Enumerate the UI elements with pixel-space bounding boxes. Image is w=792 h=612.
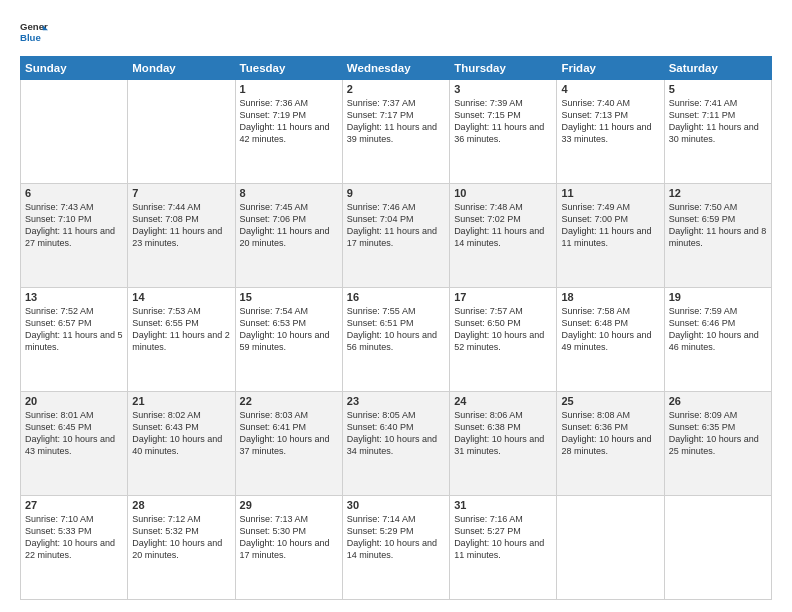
day-info: Sunrise: 7:45 AM Sunset: 7:06 PM Dayligh… — [240, 201, 338, 250]
day-info: Sunrise: 7:54 AM Sunset: 6:53 PM Dayligh… — [240, 305, 338, 354]
day-info: Sunrise: 8:08 AM Sunset: 6:36 PM Dayligh… — [561, 409, 659, 458]
day-number: 30 — [347, 499, 445, 511]
day-info: Sunrise: 7:40 AM Sunset: 7:13 PM Dayligh… — [561, 97, 659, 146]
day-info: Sunrise: 7:37 AM Sunset: 7:17 PM Dayligh… — [347, 97, 445, 146]
day-info: Sunrise: 7:13 AM Sunset: 5:30 PM Dayligh… — [240, 513, 338, 562]
day-number: 12 — [669, 187, 767, 199]
calendar-cell: 10Sunrise: 7:48 AM Sunset: 7:02 PM Dayli… — [450, 184, 557, 288]
calendar-cell: 3Sunrise: 7:39 AM Sunset: 7:15 PM Daylig… — [450, 80, 557, 184]
calendar-cell — [557, 496, 664, 600]
calendar-cell: 24Sunrise: 8:06 AM Sunset: 6:38 PM Dayli… — [450, 392, 557, 496]
calendar-cell: 31Sunrise: 7:16 AM Sunset: 5:27 PM Dayli… — [450, 496, 557, 600]
calendar-cell: 5Sunrise: 7:41 AM Sunset: 7:11 PM Daylig… — [664, 80, 771, 184]
day-info: Sunrise: 7:12 AM Sunset: 5:32 PM Dayligh… — [132, 513, 230, 562]
calendar-cell: 9Sunrise: 7:46 AM Sunset: 7:04 PM Daylig… — [342, 184, 449, 288]
day-number: 26 — [669, 395, 767, 407]
day-info: Sunrise: 7:10 AM Sunset: 5:33 PM Dayligh… — [25, 513, 123, 562]
day-info: Sunrise: 7:57 AM Sunset: 6:50 PM Dayligh… — [454, 305, 552, 354]
day-of-week-header: Wednesday — [342, 57, 449, 80]
day-of-week-header: Tuesday — [235, 57, 342, 80]
calendar-cell: 23Sunrise: 8:05 AM Sunset: 6:40 PM Dayli… — [342, 392, 449, 496]
calendar-cell: 11Sunrise: 7:49 AM Sunset: 7:00 PM Dayli… — [557, 184, 664, 288]
day-of-week-header: Monday — [128, 57, 235, 80]
day-info: Sunrise: 7:43 AM Sunset: 7:10 PM Dayligh… — [25, 201, 123, 250]
day-number: 3 — [454, 83, 552, 95]
svg-text:Blue: Blue — [20, 32, 41, 43]
day-number: 24 — [454, 395, 552, 407]
day-info: Sunrise: 7:59 AM Sunset: 6:46 PM Dayligh… — [669, 305, 767, 354]
day-info: Sunrise: 8:06 AM Sunset: 6:38 PM Dayligh… — [454, 409, 552, 458]
day-number: 13 — [25, 291, 123, 303]
day-number: 10 — [454, 187, 552, 199]
calendar-cell: 6Sunrise: 7:43 AM Sunset: 7:10 PM Daylig… — [21, 184, 128, 288]
day-info: Sunrise: 7:39 AM Sunset: 7:15 PM Dayligh… — [454, 97, 552, 146]
calendar-cell: 2Sunrise: 7:37 AM Sunset: 7:17 PM Daylig… — [342, 80, 449, 184]
calendar-cell: 14Sunrise: 7:53 AM Sunset: 6:55 PM Dayli… — [128, 288, 235, 392]
day-of-week-header: Sunday — [21, 57, 128, 80]
day-info: Sunrise: 7:36 AM Sunset: 7:19 PM Dayligh… — [240, 97, 338, 146]
day-info: Sunrise: 7:16 AM Sunset: 5:27 PM Dayligh… — [454, 513, 552, 562]
calendar-table: SundayMondayTuesdayWednesdayThursdayFrid… — [20, 56, 772, 600]
calendar-cell: 25Sunrise: 8:08 AM Sunset: 6:36 PM Dayli… — [557, 392, 664, 496]
day-info: Sunrise: 7:58 AM Sunset: 6:48 PM Dayligh… — [561, 305, 659, 354]
day-number: 2 — [347, 83, 445, 95]
day-number: 19 — [669, 291, 767, 303]
day-info: Sunrise: 7:52 AM Sunset: 6:57 PM Dayligh… — [25, 305, 123, 354]
day-number: 18 — [561, 291, 659, 303]
day-info: Sunrise: 8:09 AM Sunset: 6:35 PM Dayligh… — [669, 409, 767, 458]
calendar-cell: 20Sunrise: 8:01 AM Sunset: 6:45 PM Dayli… — [21, 392, 128, 496]
calendar-cell: 22Sunrise: 8:03 AM Sunset: 6:41 PM Dayli… — [235, 392, 342, 496]
day-number: 5 — [669, 83, 767, 95]
day-info: Sunrise: 7:14 AM Sunset: 5:29 PM Dayligh… — [347, 513, 445, 562]
day-number: 11 — [561, 187, 659, 199]
day-number: 9 — [347, 187, 445, 199]
day-number: 29 — [240, 499, 338, 511]
calendar-week-row: 20Sunrise: 8:01 AM Sunset: 6:45 PM Dayli… — [21, 392, 772, 496]
day-info: Sunrise: 7:49 AM Sunset: 7:00 PM Dayligh… — [561, 201, 659, 250]
calendar-cell — [664, 496, 771, 600]
logo: General Blue — [20, 18, 48, 46]
page: General Blue SundayMondayTuesdayWednesda… — [0, 0, 792, 612]
day-info: Sunrise: 7:41 AM Sunset: 7:11 PM Dayligh… — [669, 97, 767, 146]
calendar-cell — [128, 80, 235, 184]
day-number: 27 — [25, 499, 123, 511]
day-info: Sunrise: 7:55 AM Sunset: 6:51 PM Dayligh… — [347, 305, 445, 354]
calendar-week-row: 13Sunrise: 7:52 AM Sunset: 6:57 PM Dayli… — [21, 288, 772, 392]
calendar-cell: 19Sunrise: 7:59 AM Sunset: 6:46 PM Dayli… — [664, 288, 771, 392]
day-number: 7 — [132, 187, 230, 199]
day-info: Sunrise: 8:05 AM Sunset: 6:40 PM Dayligh… — [347, 409, 445, 458]
day-number: 20 — [25, 395, 123, 407]
calendar-cell: 4Sunrise: 7:40 AM Sunset: 7:13 PM Daylig… — [557, 80, 664, 184]
day-number: 4 — [561, 83, 659, 95]
header: General Blue — [20, 18, 772, 46]
day-number: 17 — [454, 291, 552, 303]
calendar-cell: 15Sunrise: 7:54 AM Sunset: 6:53 PM Dayli… — [235, 288, 342, 392]
day-of-week-header: Thursday — [450, 57, 557, 80]
day-number: 16 — [347, 291, 445, 303]
day-number: 31 — [454, 499, 552, 511]
day-info: Sunrise: 7:48 AM Sunset: 7:02 PM Dayligh… — [454, 201, 552, 250]
day-number: 21 — [132, 395, 230, 407]
calendar-week-row: 6Sunrise: 7:43 AM Sunset: 7:10 PM Daylig… — [21, 184, 772, 288]
day-number: 8 — [240, 187, 338, 199]
day-number: 15 — [240, 291, 338, 303]
day-info: Sunrise: 8:03 AM Sunset: 6:41 PM Dayligh… — [240, 409, 338, 458]
calendar-cell: 28Sunrise: 7:12 AM Sunset: 5:32 PM Dayli… — [128, 496, 235, 600]
day-number: 23 — [347, 395, 445, 407]
day-info: Sunrise: 7:44 AM Sunset: 7:08 PM Dayligh… — [132, 201, 230, 250]
calendar-cell: 21Sunrise: 8:02 AM Sunset: 6:43 PM Dayli… — [128, 392, 235, 496]
calendar-cell: 7Sunrise: 7:44 AM Sunset: 7:08 PM Daylig… — [128, 184, 235, 288]
calendar-header-row: SundayMondayTuesdayWednesdayThursdayFrid… — [21, 57, 772, 80]
calendar-cell — [21, 80, 128, 184]
calendar-cell: 8Sunrise: 7:45 AM Sunset: 7:06 PM Daylig… — [235, 184, 342, 288]
calendar-cell: 16Sunrise: 7:55 AM Sunset: 6:51 PM Dayli… — [342, 288, 449, 392]
calendar-week-row: 1Sunrise: 7:36 AM Sunset: 7:19 PM Daylig… — [21, 80, 772, 184]
day-number: 22 — [240, 395, 338, 407]
logo-icon: General Blue — [20, 18, 48, 46]
calendar-cell: 30Sunrise: 7:14 AM Sunset: 5:29 PM Dayli… — [342, 496, 449, 600]
day-info: Sunrise: 7:46 AM Sunset: 7:04 PM Dayligh… — [347, 201, 445, 250]
day-of-week-header: Friday — [557, 57, 664, 80]
day-of-week-header: Saturday — [664, 57, 771, 80]
calendar-cell: 13Sunrise: 7:52 AM Sunset: 6:57 PM Dayli… — [21, 288, 128, 392]
calendar-cell: 17Sunrise: 7:57 AM Sunset: 6:50 PM Dayli… — [450, 288, 557, 392]
